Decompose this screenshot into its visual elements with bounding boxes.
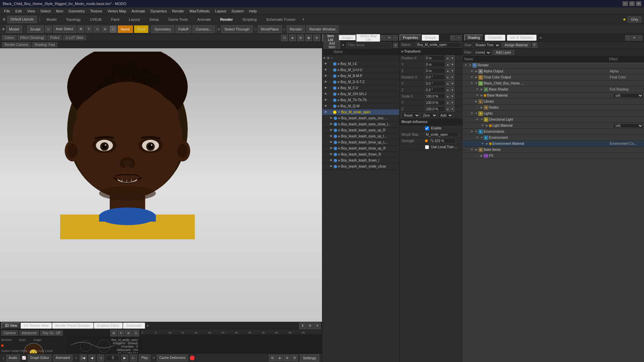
eye-icon[interactable]: 👁 (324, 110, 328, 114)
list-item[interactable]: 👁 ▶ Boy_M_OH-SH-J (322, 91, 399, 97)
item-list-gear-icon[interactable]: ⚙ (386, 35, 392, 41)
sh-eye-base-shader[interactable]: 👁 (475, 88, 480, 91)
sh-item-alpha[interactable]: 👁 ▶ A Alpha Output Alpha (463, 68, 644, 74)
pivot-btn[interactable]: Pivot (134, 25, 148, 33)
eye-icon[interactable]: 👁 (329, 122, 333, 126)
add-dropdown[interactable]: Add (438, 113, 453, 118)
transport-icon-1[interactable]: ⊞ (269, 355, 276, 361)
rot-x-input[interactable] (425, 74, 445, 80)
f-button[interactable]: F (532, 43, 537, 48)
scale-z-up[interactable]: ▲ (446, 106, 450, 112)
sh-tri-mesh[interactable]: ▼ (474, 82, 478, 85)
pos-z-down[interactable]: ▼ (450, 68, 454, 73)
menu-file[interactable]: File (1, 8, 13, 14)
eye-icon[interactable]: 👁 (324, 62, 328, 66)
menu-select[interactable]: Select (38, 8, 53, 14)
play-btn[interactable]: ▶ (121, 355, 128, 361)
mode-model[interactable]: Model (43, 17, 61, 22)
mode-scripting[interactable]: Scripting (238, 17, 261, 22)
tab-render-preset-browser[interactable]: Render Preset Browser (52, 322, 94, 329)
expand-icon[interactable]: ▶ (338, 68, 340, 71)
sh-item-env-material[interactable]: 👁 ▶ Environment Material Environment Co.… (463, 141, 644, 147)
workplane-btn[interactable]: WorkPlane (258, 25, 282, 33)
render-window-btn[interactable]: Render Window (306, 25, 338, 33)
props-icon-1[interactable]: ⬛ (450, 35, 455, 41)
constraints-btn[interactable]: Constra... (193, 25, 215, 33)
sh-eye-final-color[interactable]: 👁 (470, 76, 474, 79)
sh-eye-environment[interactable]: 👁 (475, 136, 480, 139)
tab-groups[interactable]: Groups (422, 35, 439, 41)
eye-icon[interactable]: 👁 (329, 116, 333, 120)
filter-none-dropdown[interactable]: (none) (473, 50, 491, 56)
bottom-icon-close[interactable]: ✕ (314, 322, 321, 329)
reset-dropdown[interactable]: Reset (401, 113, 420, 118)
menu-system[interactable]: System (229, 8, 247, 14)
expand-icon[interactable]: ▶ (338, 105, 340, 108)
sh-tri-environment[interactable]: ▼ (480, 136, 484, 139)
settings-btn[interactable]: Settings (300, 354, 319, 362)
eye-icon[interactable]: 👁 (329, 153, 333, 157)
menu-maxToModo[interactable]: MaxToModo (187, 8, 212, 14)
transform-icon-5[interactable]: ⊡ (110, 26, 116, 33)
maximize-button[interactable]: □ (629, 1, 635, 6)
shading-fast-btn[interactable]: Shading: Fast (32, 42, 57, 47)
menu-render[interactable]: Render (169, 8, 187, 14)
mode-schematic-fusion[interactable]: Schematic Fusion (262, 17, 299, 22)
expand-icon[interactable]: ▶ (338, 123, 340, 126)
expand-icon[interactable]: ▶ (338, 147, 340, 150)
mode-render[interactable]: Render (216, 17, 237, 22)
menu-layout[interactable]: Layout (212, 8, 229, 14)
effect-shading-btn[interactable]: Effect (Shading) (18, 35, 47, 40)
sh-eye-nodes[interactable]: 👁 (475, 106, 480, 109)
rot-y-up[interactable]: ▲ (446, 81, 450, 86)
shading-icon-1[interactable]: ⬛ (625, 35, 631, 41)
eye-icon[interactable]: 👁 (324, 98, 328, 102)
sh-item-render[interactable]: 👁 ▼ R Render (463, 62, 644, 68)
bvp-icon-3[interactable]: ⊕ (125, 330, 132, 337)
tab-images[interactable]: Images (338, 35, 356, 41)
assign-material-btn[interactable]: Assign Material (502, 43, 531, 48)
list-item[interactable]: 👁 ▶ Boy_leash_leash_brow_up_R (322, 145, 399, 152)
sh-item-base-material[interactable]: 👁 ▶ Base Material (all) (463, 93, 644, 99)
add-item-btn[interactable]: Add Item (324, 41, 340, 50)
sh-item-bake-items[interactable]: 👁 ▶ B Bake Items (463, 147, 644, 153)
list-item[interactable]: 👁 ▶ Boy_leash_leash_smile_close (322, 164, 399, 170)
sh-item-base-shader[interactable]: 👁 ▶ S Base Shader Full Shading (463, 86, 644, 93)
audio-btn[interactable]: Audio (6, 355, 20, 361)
sh-item-fx[interactable]: 👁 ▶ FX FX (463, 153, 644, 159)
list-item[interactable]: 👁 ▶ Boy_leash_leash_frown_R (322, 152, 399, 158)
tab-gradient-editor[interactable]: Gradient Editor (94, 322, 123, 329)
add-layer-btn[interactable]: Add Layer (493, 50, 514, 55)
sh-tri-base-material[interactable]: ▶ (480, 94, 484, 97)
morph-map-input[interactable] (425, 132, 459, 137)
transport-icon-3[interactable]: ⊕ (284, 355, 290, 361)
bottom-icon-expand[interactable]: ⬆ (299, 322, 306, 329)
sh-effect-light-material-dd[interactable]: (all) (613, 123, 643, 128)
menu-edit[interactable]: Edit (13, 8, 24, 14)
cache-deformers-btn[interactable]: Cache Deformers (157, 355, 188, 361)
mode-setup[interactable]: Setup (145, 17, 163, 22)
tab-3d-view[interactable]: 3D View (1, 322, 20, 329)
colors-btn[interactable]: Colors (2, 35, 16, 40)
sculpt-mode-btn[interactable]: Sculpt (27, 25, 44, 33)
expand-icon[interactable]: ▶ (338, 86, 340, 89)
add-bottom-tab[interactable]: + (145, 323, 151, 328)
vp-icon-4[interactable]: ◉ (305, 35, 312, 41)
bvp-icon-4[interactable]: ⊡ (132, 330, 139, 337)
sh-tri-final-color[interactable]: ▶ (474, 76, 478, 79)
sh-eye-env-material[interactable]: 👁 (480, 142, 485, 145)
add-shading-tab[interactable]: + (538, 35, 543, 41)
layout-dropdown[interactable]: Default Layouts (7, 16, 37, 23)
only-button[interactable]: Only (628, 16, 641, 22)
sh-eye-render[interactable]: 👁 (464, 64, 468, 67)
transport-icon-2[interactable]: ◈ (276, 355, 283, 361)
expand-icon[interactable]: ▶ (338, 117, 340, 120)
transport-icon-4[interactable]: ⚙ (291, 355, 298, 361)
transform-icon-3[interactable]: ⇲ (94, 26, 100, 33)
sh-eye-library[interactable]: 👁 (470, 100, 474, 103)
vp-icon-1[interactable]: ⊡ (281, 35, 288, 41)
mode-uvedit[interactable]: UVEdit (86, 17, 106, 22)
shading-icon-2[interactable]: ⚙ (631, 35, 637, 41)
sh-tri-render[interactable]: ▼ (468, 64, 472, 67)
transform-expand[interactable]: ▶ (401, 50, 404, 53)
